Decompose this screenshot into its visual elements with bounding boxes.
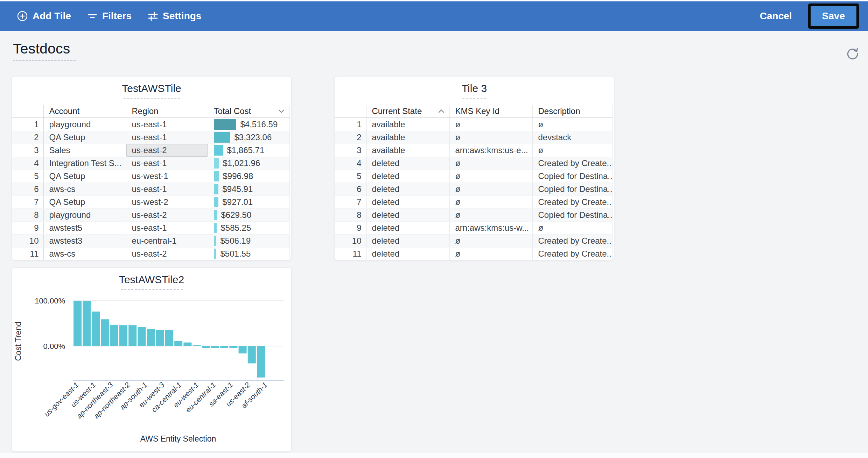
table-row: 5deletedøCopied for Destina... — [335, 170, 612, 183]
cell-account[interactable]: Sales — [43, 144, 126, 157]
cell-account[interactable]: playground — [43, 208, 126, 221]
cancel-button[interactable]: Cancel — [756, 10, 796, 22]
tile-testawstile: TestAWSTile Account Region Total Cost 1p — [12, 76, 292, 260]
cell-description[interactable]: Created by Create... — [532, 157, 612, 170]
row-index: 3 — [12, 144, 43, 157]
cell-kms-key-id[interactable]: ø — [449, 170, 532, 183]
settings-button[interactable]: Settings — [148, 10, 201, 22]
cell-current-state[interactable]: deleted — [366, 195, 449, 208]
cell-kms-key-id[interactable]: ø — [449, 183, 532, 195]
column-header-region[interactable]: Region — [126, 105, 208, 118]
cost-bar — [214, 223, 217, 233]
cell-region[interactable]: us-east-2 — [126, 144, 208, 157]
cell-kms-key-id[interactable]: ø — [449, 234, 532, 247]
cell-current-state[interactable]: deleted — [366, 247, 449, 260]
tile-header: TestAWSTile2 — [12, 268, 291, 290]
cell-description[interactable]: Created by Create... — [532, 234, 612, 247]
cell-description[interactable]: Copied for Destina... — [532, 170, 612, 183]
toolbar: Add Tile Filters Settings Cancel Save — [0, 1, 868, 31]
testawstile-table: Account Region Total Cost 1playgroundus-… — [12, 105, 290, 260]
cell-total-cost[interactable]: $1,021.96 — [208, 157, 289, 170]
cell-current-state[interactable]: deleted — [366, 157, 449, 170]
cell-total-cost[interactable]: $501.55 — [208, 247, 289, 260]
row-index: 3 — [335, 144, 366, 157]
cell-total-cost[interactable]: $4,516.59 — [208, 118, 289, 131]
cell-description[interactable]: devstack — [532, 131, 612, 144]
refresh-button[interactable] — [845, 46, 860, 62]
bar — [174, 341, 182, 346]
cell-region[interactable]: us-east-1 — [126, 221, 208, 234]
bar — [74, 301, 82, 346]
cell-description[interactable]: Created by Create... — [532, 195, 612, 208]
add-tile-button[interactable]: Add Tile — [17, 10, 71, 22]
cell-kms-key-id[interactable]: arn:aws:kms:us-w... — [449, 221, 532, 234]
cell-account[interactable]: playground — [43, 118, 126, 131]
cell-kms-key-id[interactable]: ø — [449, 195, 532, 208]
cell-account[interactable]: awstest3 — [43, 234, 126, 247]
column-header-current-state[interactable]: Current State — [366, 105, 449, 118]
cell-total-cost[interactable]: $1,865.71 — [208, 144, 289, 157]
cell-account[interactable]: QA Setup — [43, 170, 126, 183]
cell-account[interactable]: aws-cs — [43, 247, 126, 260]
column-header-kms-key-id[interactable]: KMS Key Id — [449, 105, 532, 118]
cell-description[interactable]: Copied for Destina... — [532, 183, 612, 195]
cell-region[interactable]: us-west-1 — [126, 170, 208, 183]
cell-account[interactable]: aws-cs — [43, 183, 126, 195]
cell-region[interactable]: us-east-1 — [126, 157, 208, 170]
cell-description[interactable]: ø — [532, 118, 612, 131]
cell-current-state[interactable]: available — [366, 131, 449, 144]
table-header-row: Current State KMS Key Id Description — [335, 105, 612, 118]
cell-account[interactable]: Integration Test S... — [43, 157, 126, 170]
cell-region[interactable]: us-east-1 — [126, 183, 208, 195]
cell-kms-key-id[interactable]: ø — [449, 157, 532, 170]
cell-account[interactable]: awstest5 — [43, 221, 126, 234]
cost-bar — [214, 249, 216, 259]
filters-button[interactable]: Filters — [87, 10, 132, 22]
cell-region[interactable]: us-east-1 — [126, 118, 208, 131]
cell-kms-key-id[interactable]: ø — [449, 208, 532, 221]
cell-current-state[interactable]: available — [366, 118, 449, 131]
table-row: 1playgroundus-east-1$4,516.59 — [12, 118, 289, 131]
column-header-description[interactable]: Description — [532, 105, 612, 118]
table-row: 11aws-csus-east-2$501.55 — [12, 247, 289, 260]
cell-total-cost[interactable]: $629.50 — [208, 208, 289, 221]
tile-title-underline — [462, 94, 486, 99]
cell-region[interactable]: us-east-1 — [126, 131, 208, 144]
cell-current-state[interactable]: deleted — [366, 221, 449, 234]
save-button[interactable]: Save — [811, 6, 856, 26]
column-header-total-cost[interactable]: Total Cost — [208, 105, 289, 118]
table-row: 9awstest5us-east-1$585.25 — [12, 221, 289, 234]
cell-kms-key-id[interactable]: ø — [449, 118, 532, 131]
page-header: Testdocs — [13, 41, 76, 61]
cell-account[interactable]: QA Setup — [43, 131, 126, 144]
cell-description[interactable]: Created by Create... — [532, 247, 612, 260]
cell-description[interactable]: ø — [532, 221, 612, 234]
cell-region[interactable]: us-west-2 — [126, 195, 208, 208]
cell-description[interactable]: Copied for Destina... — [532, 208, 612, 221]
cell-region[interactable]: us-east-2 — [126, 247, 208, 260]
tile-3: Tile 3 Current State KMS Key Id Descript… — [334, 76, 614, 260]
cell-total-cost[interactable]: $3,323.06 — [208, 131, 289, 144]
cell-kms-key-id[interactable]: arn:aws:kms:us-e... — [449, 144, 532, 157]
cell-current-state[interactable]: deleted — [366, 183, 449, 195]
cell-total-cost[interactable]: $945.91 — [208, 183, 289, 195]
cell-current-state[interactable]: deleted — [366, 208, 449, 221]
cell-current-state[interactable]: deleted — [366, 234, 449, 247]
column-header-account[interactable]: Account — [43, 105, 126, 118]
cell-total-cost[interactable]: $996.98 — [208, 170, 289, 183]
cell-current-state[interactable]: deleted — [366, 170, 449, 183]
cell-region[interactable]: us-east-2 — [126, 208, 208, 221]
cell-total-cost[interactable]: $927.01 — [208, 195, 289, 208]
row-index: 5 — [12, 170, 43, 183]
cell-kms-key-id[interactable]: ø — [449, 131, 532, 144]
filters-label: Filters — [102, 10, 132, 22]
cell-region[interactable]: eu-central-1 — [126, 234, 208, 247]
cell-total-cost[interactable]: $506.19 — [208, 234, 289, 247]
bar — [110, 325, 118, 346]
cell-account[interactable]: QA Setup — [43, 195, 126, 208]
cell-current-state[interactable]: available — [366, 144, 449, 157]
add-circle-icon — [17, 10, 28, 22]
cell-kms-key-id[interactable]: ø — [449, 247, 532, 260]
cell-description[interactable]: ø — [532, 144, 612, 157]
cell-total-cost[interactable]: $585.25 — [208, 221, 289, 234]
